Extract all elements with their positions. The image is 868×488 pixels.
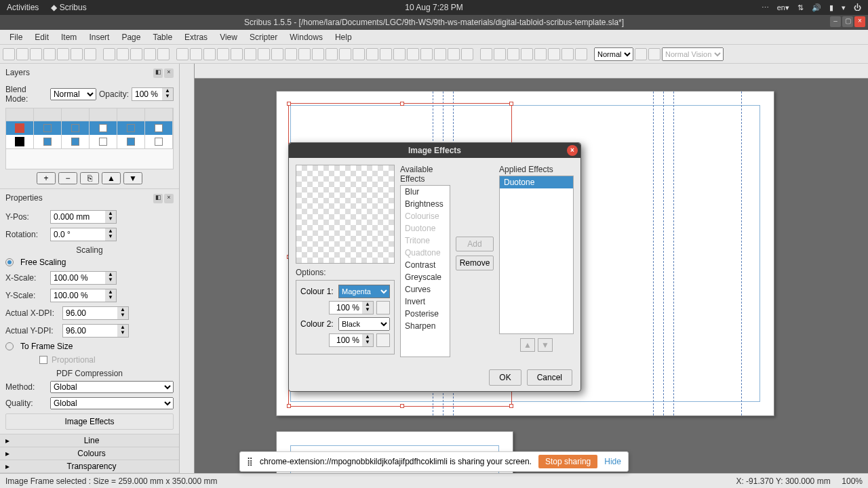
preview-button[interactable] <box>648 48 660 60</box>
method-select[interactable]: Global <box>50 381 174 393</box>
xscale-input[interactable] <box>51 272 105 284</box>
blend-mode-select[interactable]: Normal <box>50 88 96 100</box>
applied-effects-list[interactable]: Duotone <box>499 176 574 334</box>
close-button[interactable]: × <box>854 16 865 27</box>
colour2-percent[interactable] <box>330 334 362 346</box>
panel-close-icon[interactable]: × <box>164 194 174 203</box>
image-frame-tool[interactable] <box>203 48 216 60</box>
menu-table[interactable]: Table <box>147 31 178 43</box>
dialog-close-button[interactable]: × <box>567 145 578 156</box>
undo-button[interactable] <box>103 48 115 60</box>
network-icon[interactable]: ⇅ <box>797 3 804 12</box>
add-effect-button[interactable]: Add <box>456 237 494 251</box>
colour2-curve-button[interactable] <box>376 333 390 347</box>
free-scaling-radio[interactable] <box>5 258 14 266</box>
story-editor-tool[interactable] <box>393 48 406 60</box>
cut-button[interactable] <box>130 48 142 60</box>
menu-scripter[interactable]: Scripter <box>244 31 283 43</box>
available-effects-list[interactable]: BlurBrightnessColouriseDuotoneTritoneQua… <box>400 185 450 357</box>
move-down-button[interactable]: ▼ <box>538 338 553 352</box>
opacity-input[interactable] <box>132 88 162 100</box>
aydpi-input[interactable] <box>63 325 117 337</box>
pdf-text-tool[interactable] <box>507 48 519 60</box>
maximize-button[interactable]: ▢ <box>842 16 853 27</box>
remove-effect-button[interactable]: Remove <box>456 256 494 270</box>
menu-file[interactable]: File <box>4 31 28 43</box>
bezier-tool[interactable] <box>312 48 324 60</box>
link-frames-tool[interactable] <box>407 48 419 60</box>
section-colours[interactable]: Colours <box>0 447 179 460</box>
pdf-pushbutton-tool[interactable] <box>480 48 492 60</box>
ok-button[interactable]: OK <box>489 369 521 386</box>
spiral-tool[interactable] <box>285 48 297 60</box>
preflight-button[interactable] <box>71 48 83 60</box>
table-tool[interactable] <box>231 48 243 60</box>
redo-button[interactable] <box>117 48 129 60</box>
clock[interactable]: 10 Aug 7:28 PM <box>405 3 462 12</box>
freehand-tool[interactable] <box>326 48 338 60</box>
text-frame-tool[interactable] <box>190 48 202 60</box>
section-transparency[interactable]: Transparency <box>0 460 179 472</box>
zoom-tool[interactable] <box>366 48 378 60</box>
shape-tool[interactable] <box>244 48 256 60</box>
volume-icon[interactable]: 🔊 <box>812 3 821 12</box>
move-up-button[interactable]: ▲ <box>520 338 535 352</box>
new-doc-button[interactable] <box>3 48 15 60</box>
preview-mode-select[interactable]: Normal <box>594 47 633 61</box>
line-tool[interactable] <box>298 48 311 60</box>
colour1-percent[interactable] <box>330 302 362 314</box>
menu-windows[interactable]: Windows <box>284 31 328 43</box>
menu-help[interactable]: Help <box>330 31 357 43</box>
layer-row[interactable] <box>6 121 173 135</box>
battery-icon[interactable]: ▮ <box>829 3 833 12</box>
power-icon[interactable]: ⏻ <box>854 3 861 12</box>
panel-undock-icon[interactable]: ◧ <box>153 68 163 78</box>
colour1-curve-button[interactable] <box>376 301 390 314</box>
stop-sharing-button[interactable]: Stop sharing <box>538 455 597 468</box>
quality-select[interactable]: Global <box>50 397 174 409</box>
settings-icon[interactable]: ▾ <box>842 3 846 12</box>
render-frame-tool[interactable] <box>217 48 229 60</box>
pdf-radio-tool[interactable] <box>494 48 506 60</box>
menu-view[interactable]: View <box>214 31 243 43</box>
pdf-list-tool[interactable] <box>548 48 560 60</box>
to-frame-radio[interactable] <box>5 342 14 350</box>
arc-tool[interactable] <box>271 48 283 60</box>
eyedropper-tool[interactable] <box>461 48 473 60</box>
layer-dup-button[interactable]: ⎘ <box>80 172 99 184</box>
pdf-annot-tool[interactable] <box>561 48 574 60</box>
app-indicator[interactable]: ◆ Scribus <box>51 3 86 12</box>
layer-add-button[interactable]: + <box>37 172 56 184</box>
edit-contents-tool[interactable] <box>380 48 392 60</box>
hide-share-button[interactable]: Hide <box>604 457 621 466</box>
pdf-check-tool[interactable] <box>521 48 533 60</box>
close-doc-button[interactable] <box>43 48 56 60</box>
activities-button[interactable]: Activities <box>7 3 39 12</box>
applied-effect-item[interactable]: Duotone <box>500 176 573 188</box>
colour2-select[interactable]: Black <box>338 317 390 331</box>
share-drag-icon[interactable]: ⣿ <box>247 457 253 466</box>
effect-item[interactable]: Greyscale <box>401 271 450 283</box>
paste-button[interactable] <box>157 48 170 60</box>
rotate-tool[interactable] <box>353 48 365 60</box>
panel-close-icon[interactable]: × <box>164 68 174 78</box>
menu-page[interactable]: Page <box>116 31 146 43</box>
pdf-link-tool[interactable] <box>575 48 587 60</box>
effect-item[interactable]: Posterise <box>401 308 450 320</box>
menu-extras[interactable]: Extras <box>179 31 213 43</box>
toggle-cms-button[interactable] <box>635 48 647 60</box>
effect-item[interactable]: Curves <box>401 283 450 296</box>
vision-mode-select[interactable]: Normal Vision <box>662 47 724 61</box>
rotation-input[interactable] <box>51 228 105 241</box>
layer-row[interactable] <box>6 135 173 148</box>
section-line[interactable]: Line <box>0 434 179 447</box>
pdf-combo-tool[interactable] <box>534 48 547 60</box>
ypos-input[interactable] <box>51 211 105 223</box>
cancel-button[interactable]: Cancel <box>527 369 572 386</box>
effect-item[interactable]: Sharpen <box>401 320 450 332</box>
effect-item[interactable]: Invert <box>401 296 450 308</box>
calligraphy-tool[interactable] <box>339 48 351 60</box>
effect-item[interactable]: Contrast <box>401 259 450 271</box>
minimize-button[interactable]: – <box>830 16 841 27</box>
layer-up-button[interactable]: ▲ <box>102 172 121 184</box>
